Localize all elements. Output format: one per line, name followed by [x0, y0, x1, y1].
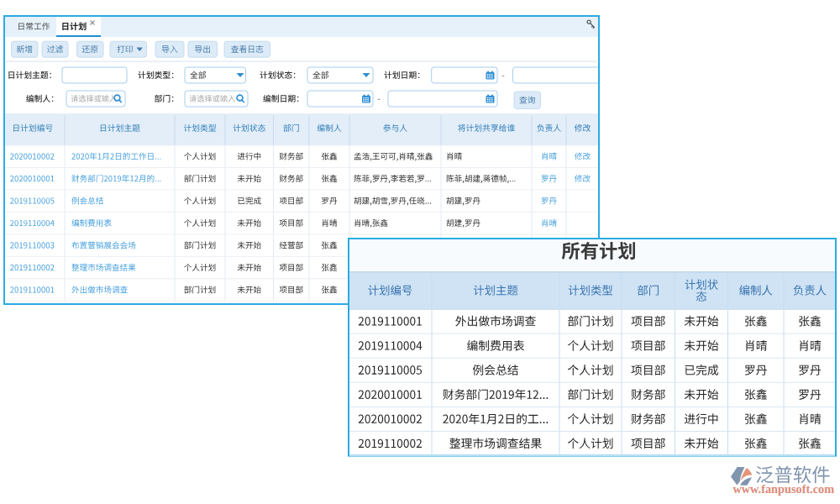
svg-text:www.fanpusoft.com: www.fanpusoft.com: [732, 482, 834, 496]
